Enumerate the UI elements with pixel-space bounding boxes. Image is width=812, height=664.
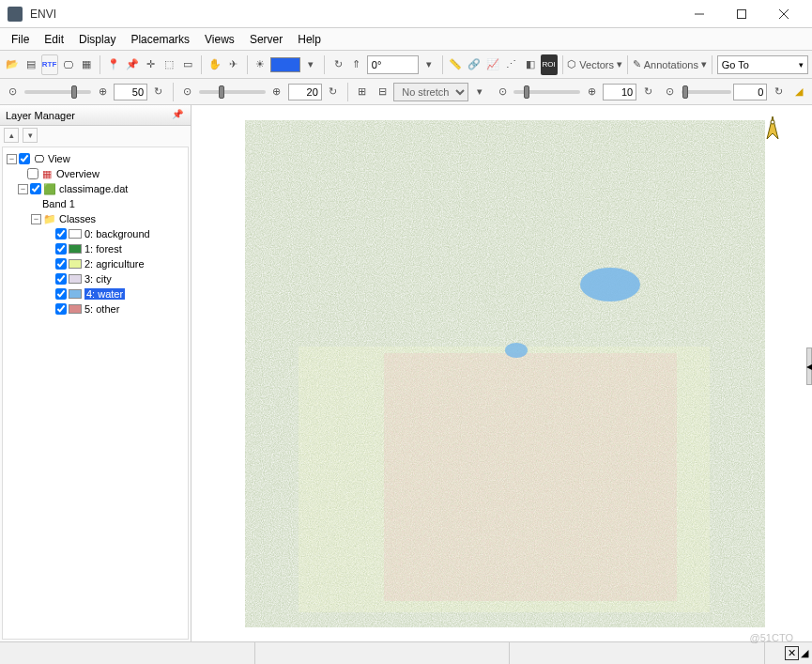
collapse-icon[interactable]: − — [18, 184, 28, 194]
vectors-dropdown[interactable]: ⬡ Vectors ▾ — [567, 58, 622, 70]
goto-input[interactable]: Go To▾ — [717, 55, 808, 74]
pin-button[interactable]: 📌 — [124, 54, 141, 75]
stretch-dropdown[interactable]: ▾ — [470, 82, 489, 102]
tree-node-view[interactable]: − 🖵 View — [7, 151, 184, 166]
zoom-value-4[interactable] — [733, 84, 767, 100]
right-collapse-handle[interactable]: ◀ — [806, 347, 812, 385]
menu-help[interactable]: Help — [290, 30, 329, 49]
status-cell-3 — [510, 642, 765, 664]
collapse-button[interactable]: ▴ — [4, 128, 19, 143]
pin-icon[interactable]: 📌 — [172, 109, 185, 122]
zoom-slider-2[interactable] — [199, 90, 266, 94]
region-button[interactable]: ▭ — [179, 54, 196, 75]
svg-point-4 — [408, 374, 652, 580]
zoom-target2-button[interactable]: ⊕ — [268, 82, 286, 102]
class-checkbox[interactable] — [55, 288, 67, 300]
tree-class-background[interactable]: 0: background — [7, 226, 184, 241]
tree-class-other[interactable]: 5: other — [7, 301, 184, 317]
display-button[interactable]: 🖵 — [60, 54, 77, 75]
rotate-button[interactable]: ↻ — [329, 54, 346, 75]
resize-grip-icon[interactable]: ◢ — [801, 647, 808, 659]
stretch-select[interactable]: No stretch — [393, 83, 468, 101]
scatter-button[interactable]: ⋰ — [503, 54, 520, 75]
menu-edit[interactable]: Edit — [37, 30, 71, 49]
tree-node-classes[interactable]: − 📁 Classes — [7, 211, 184, 226]
class-checkbox[interactable] — [55, 228, 67, 239]
tree-class-agriculture[interactable]: 2: agriculture — [7, 256, 184, 271]
class-checkbox[interactable] — [55, 258, 67, 270]
tree-class-forest[interactable]: 1: forest — [7, 241, 184, 256]
close-button[interactable] — [762, 0, 804, 28]
tree-node-file[interactable]: − 🟩 classimage.dat — [7, 181, 184, 196]
select-button[interactable]: ⬚ — [161, 54, 178, 75]
statusbar: ✕ ◢ — [0, 641, 812, 664]
color-dropdown-button[interactable]: ▾ — [302, 54, 319, 75]
view-checkbox[interactable] — [19, 153, 30, 164]
link-button[interactable]: 🔗 — [466, 54, 483, 75]
separator — [100, 55, 100, 74]
open-file-button[interactable]: 📂 — [4, 54, 21, 75]
annotations-dropdown[interactable]: ✎ Annotations ▾ — [633, 58, 707, 70]
zoom-value-1[interactable] — [114, 84, 147, 100]
zoom-slider-4[interactable] — [682, 90, 732, 94]
rotation-input[interactable] — [367, 55, 419, 74]
refresh-button-4[interactable]: ↻ — [769, 82, 788, 102]
zoom-fit2-button[interactable]: ⊙ — [178, 82, 197, 102]
collapse-icon[interactable]: − — [31, 214, 41, 224]
tree-class-city[interactable]: 3: city — [7, 271, 184, 286]
layer-tree[interactable]: − 🖵 View ▦ Overview − 🟩 classimage.dat — [2, 147, 189, 640]
histogram-button[interactable]: ⊞ — [353, 82, 372, 102]
menu-server[interactable]: Server — [242, 30, 290, 49]
rtf-button[interactable]: RTF — [41, 54, 58, 75]
cursor-value-button[interactable]: 📍 — [105, 54, 122, 75]
minimize-button[interactable] — [678, 0, 720, 28]
refresh-button-1[interactable]: ↻ — [149, 82, 168, 102]
zoom-fit3-button[interactable]: ⊙ — [493, 82, 512, 102]
tree-node-band[interactable]: Band 1 — [7, 196, 184, 211]
menu-display[interactable]: Display — [71, 30, 123, 49]
data-manager-button[interactable]: ▤ — [23, 54, 39, 75]
contrast-button[interactable]: ◧ — [522, 54, 539, 75]
brightness-button[interactable]: ☀ — [253, 54, 269, 75]
tree-label: Classes — [59, 213, 96, 224]
class-checkbox[interactable] — [55, 303, 67, 315]
chip-button[interactable]: ▦ — [78, 54, 95, 75]
map-viewport[interactable] — [192, 105, 812, 641]
menu-placemarks[interactable]: Placemarks — [123, 30, 197, 49]
refresh-button-3[interactable]: ↻ — [638, 82, 657, 102]
crosshair-button[interactable]: ✛ — [143, 54, 160, 75]
collapse-icon[interactable]: − — [7, 154, 17, 164]
rotation-dropdown[interactable]: ▾ — [421, 54, 437, 75]
pan-button[interactable]: ✋ — [207, 54, 223, 75]
color-swatch[interactable] — [270, 57, 300, 72]
zoom-value-3[interactable] — [603, 84, 636, 100]
class-checkbox[interactable] — [55, 243, 67, 255]
histogram2-button[interactable]: ⊟ — [373, 82, 391, 102]
svg-point-8 — [771, 120, 774, 124]
file-checkbox[interactable] — [30, 183, 41, 194]
tree-class-water[interactable]: 4: water — [7, 286, 184, 301]
roi-button[interactable]: ROI — [541, 54, 558, 75]
overview-checkbox[interactable] — [27, 168, 38, 179]
menu-file[interactable]: File — [4, 30, 37, 49]
refresh-button-2[interactable]: ↻ — [324, 82, 343, 102]
zoom-slider-1[interactable] — [24, 90, 91, 94]
class-checkbox[interactable] — [55, 273, 67, 285]
close-small-icon[interactable]: ✕ — [785, 646, 799, 660]
maximize-button[interactable] — [720, 0, 762, 28]
measure-button[interactable]: 📏 — [447, 54, 464, 75]
profile-button[interactable]: 📈 — [484, 54, 501, 75]
expand-button[interactable]: ▾ — [23, 128, 38, 143]
zoom-value-2[interactable] — [288, 84, 322, 100]
zoom-target3-button[interactable]: ⊕ — [582, 82, 601, 102]
zoom-fit-button[interactable]: ⊙ — [4, 82, 23, 102]
class-color-swatch — [69, 274, 82, 284]
fly-button[interactable]: ✈ — [225, 54, 242, 75]
mask-button[interactable]: ◢ — [789, 82, 808, 102]
zoom-fit4-button[interactable]: ⊙ — [661, 82, 680, 102]
tree-node-overview[interactable]: ▦ Overview — [7, 166, 184, 181]
zoom-target-button[interactable]: ⊕ — [93, 82, 112, 102]
north-up-button[interactable]: ⇑ — [348, 54, 365, 75]
menu-views[interactable]: Views — [197, 30, 242, 49]
zoom-slider-3[interactable] — [513, 90, 580, 94]
